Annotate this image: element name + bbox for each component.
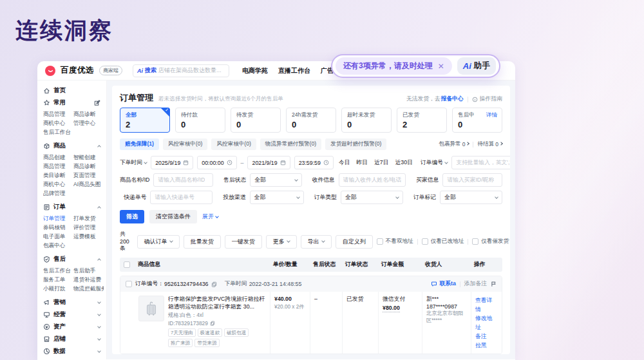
tab-pending-shipment[interactable]: 待发货 0 — [231, 108, 281, 133]
tab-overdue-unshipped[interactable]: 超时未发货 0 — [341, 108, 392, 133]
close-icon[interactable]: ✕ — [438, 62, 444, 71]
pill-risk-review-2[interactable]: 风控审核中(0) — [211, 138, 256, 150]
sidebar-section-shop[interactable]: 店铺 — [37, 333, 106, 345]
end-date-input[interactable]: 2021/9/19 — [247, 156, 290, 169]
aftersale-status-select[interactable]: 全部 — [250, 173, 301, 187]
edit-icon[interactable] — [93, 99, 100, 106]
sidebar-item[interactable]: 商品诊断 — [73, 109, 104, 118]
pill-logistics-warning[interactable]: 物流异常赔付预警(0) — [260, 138, 321, 150]
tab-shipped[interactable]: 已发货 2 — [397, 108, 447, 133]
operation-guide-link[interactable]: 操作指南 — [480, 95, 502, 103]
express-no-input[interactable]: 请输入快递单号 — [150, 191, 213, 204]
sidebar-section-orders[interactable]: 订单 — [37, 201, 106, 213]
sidebar-item[interactable]: 商机中心 — [43, 180, 73, 189]
sidebar-item[interactable]: 退货补运费 — [73, 275, 104, 284]
start-time-input[interactable]: 00:00:00 — [197, 156, 236, 169]
sidebar-item[interactable]: 券码核销 — [43, 223, 73, 232]
sidebar-item[interactable]: 商品诊断 — [73, 162, 104, 171]
order-mark-select[interactable]: 全部 — [440, 191, 502, 204]
sidebar-section-assets[interactable]: 资产 — [37, 321, 106, 333]
add-note-link[interactable]: 添加备注 — [464, 280, 487, 288]
sidebar-section-data[interactable]: 数据 — [37, 345, 106, 357]
order-no-input[interactable]: 支持批量输入，英文','分隔 — [451, 156, 510, 169]
only-changed-address-checkbox[interactable]: 仅看已改地址 — [422, 238, 464, 245]
sidebar-item[interactable]: 品牌管理 — [43, 189, 73, 198]
pill-guarantee[interactable]: 赔免保障(1) — [120, 138, 159, 150]
only-urged-checkbox[interactable]: 仅看催发货 — [472, 238, 509, 245]
contact-buyer-link[interactable]: 联系ta — [431, 280, 455, 288]
clear-filters-button[interactable]: 清空筛选条件 — [149, 210, 197, 223]
assistant-alert[interactable]: 还有3项异常，请及时处理 ✕ — [336, 57, 452, 75]
buyer-info-input[interactable]: 请输入买家ID/昵称 — [442, 173, 502, 187]
end-time-input[interactable]: 23:59:59 — [294, 156, 334, 169]
report-center-link[interactable]: 报备中心 — [441, 95, 464, 103]
sidebar-section-favorites[interactable]: 常用 — [37, 97, 106, 109]
quick-30days-button[interactable]: 近30日 — [394, 159, 414, 167]
product-name-input[interactable]: 请输入商品名称/ID — [153, 173, 213, 187]
order-type-select[interactable]: 全部 — [341, 191, 403, 204]
quick-today-button[interactable]: 今日 — [337, 159, 352, 167]
start-date-input[interactable]: 2025/9/19 — [151, 156, 193, 169]
sidebar-item[interactable]: 打单发货 — [73, 214, 104, 223]
sidebar-section-operation[interactable]: 经营 — [37, 308, 106, 321]
copy-icon[interactable] — [210, 321, 215, 326]
order-time-dropdown[interactable]: 下单时间 — [120, 159, 147, 167]
sidebar-item[interactable]: 售后工作台 — [43, 128, 73, 137]
sidebar-item[interactable]: AI商品头图 — [73, 180, 104, 189]
confirm-order-button[interactable]: 确认订单 — [137, 235, 180, 249]
checkbox-icon[interactable] — [472, 238, 478, 245]
sidebar-item[interactable]: 包裹中心 — [43, 241, 73, 250]
sidebar-section-marketing[interactable]: 营销 — [37, 296, 106, 308]
sidebar-item-order-management[interactable]: 订单管理 — [43, 214, 73, 223]
sidebar-item-home[interactable]: 首页 — [37, 84, 106, 97]
sidebar-item[interactable]: 页面管理 — [73, 171, 104, 180]
batch-ship-button[interactable]: 批量发货 — [184, 235, 221, 249]
blacklist-link[interactable]: 拉黑 — [475, 341, 494, 350]
sidebar-item[interactable]: 运费模板 — [73, 232, 104, 241]
sidebar-section-products[interactable]: 商品 — [37, 140, 106, 152]
hide-dual-address-checkbox[interactable]: 不看双地址 — [377, 238, 413, 245]
export-button[interactable]: 导出 — [301, 235, 332, 249]
sidebar-item[interactable]: 智能创建 — [73, 153, 104, 162]
quick-yesterday-button[interactable]: 昨日 — [355, 159, 369, 167]
sidebar-item[interactable]: 小额打款 — [43, 284, 73, 293]
sidebar-section-aftersale[interactable]: 售后 — [37, 253, 106, 265]
sidebar-item[interactable]: 物流拦截服务 — [73, 284, 104, 293]
checkbox-icon[interactable] — [422, 238, 428, 245]
tab-24h-shipment[interactable]: 24h需发货 0 — [286, 108, 336, 133]
sidebar-item[interactable]: 类目诊断 — [43, 171, 73, 180]
quick-7days-button[interactable]: 近7日 — [373, 159, 390, 167]
product-title[interactable]: 行李箱保护套批发PVC跨境旅行箱拉杆箱透明运动款防尘罩行李箱套 30... — [168, 296, 266, 310]
sidebar-item[interactable]: 电子面单 — [43, 232, 73, 241]
sidebar-item[interactable]: 商品管理 — [43, 109, 73, 118]
nav-ecommerce-academy[interactable]: 电商学苑 — [242, 66, 268, 75]
ai-assistant-bubble[interactable]: 还有3项异常，请及时处理 ✕ Ai 助手 — [331, 54, 500, 78]
tab-pending-payment[interactable]: 待付款 0 — [175, 108, 225, 133]
sidebar-item[interactable]: 售后助手 — [73, 266, 104, 275]
edit-address-link[interactable]: 修改地址 — [475, 314, 494, 332]
sidebar-item[interactable]: 商品管理 — [43, 162, 73, 171]
order-amount[interactable]: ¥80.00 — [383, 305, 400, 312]
remark-link[interactable]: 备注 — [475, 332, 494, 341]
aftersale-detail-link[interactable]: 详情 — [486, 111, 497, 119]
sidebar-item[interactable]: 售后工作台 — [43, 266, 73, 275]
channel-select[interactable]: 全部 — [250, 191, 304, 204]
package-abnormal-link[interactable]: 包裹异常0 — [439, 140, 469, 148]
ai-helper-button[interactable]: Ai 助手 — [457, 57, 496, 75]
receiver-info-input[interactable]: 请输入收件人姓名/电话 — [339, 173, 406, 187]
copy-icon[interactable] — [211, 281, 217, 287]
select-all-checkbox[interactable] — [124, 261, 130, 268]
filter-button[interactable]: 筛选 — [120, 210, 144, 223]
pending-settlement-link[interactable]: 待结算0 — [477, 140, 502, 148]
custom-columns-button[interactable]: 自定义列 — [336, 235, 373, 249]
one-click-ship-button[interactable]: 一键发货 — [225, 235, 262, 249]
checkbox-icon[interactable] — [377, 238, 383, 245]
product-image[interactable] — [138, 296, 164, 321]
pill-ship-timeout-warning[interactable]: 发货超时赔付预警(0) — [325, 138, 386, 150]
tab-aftersale[interactable]: 详情 售后中 0 — [452, 108, 502, 133]
sidebar-item[interactable]: 商机中心 — [43, 118, 73, 128]
sidebar-item[interactable]: 商品创建 — [43, 153, 73, 162]
row-checkbox[interactable] — [126, 281, 132, 287]
pill-risk-review-1[interactable]: 风控审核中(0) — [163, 138, 207, 150]
sidebar-item[interactable]: 管理中心 — [73, 118, 104, 128]
